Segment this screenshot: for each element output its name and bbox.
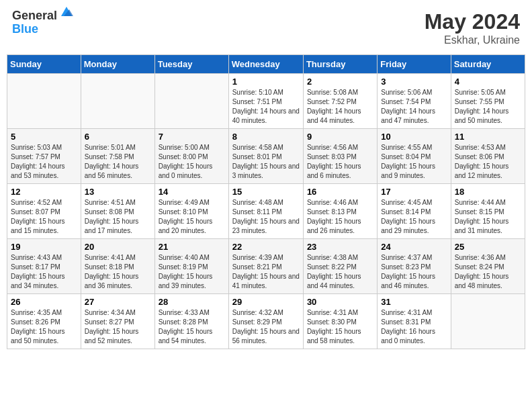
day-detail: Sunrise: 4:35 AMSunset: 8:26 PMDaylight:… xyxy=(11,308,77,346)
day-number: 24 xyxy=(381,242,447,252)
day-detail: Sunrise: 5:10 AMSunset: 7:51 PMDaylight:… xyxy=(232,88,300,126)
day-detail: Sunrise: 4:46 AMSunset: 8:13 PMDaylight:… xyxy=(307,198,373,236)
day-detail: Sunrise: 4:32 AMSunset: 8:29 PMDaylight:… xyxy=(232,308,300,346)
day-detail: Sunrise: 5:06 AMSunset: 7:54 PMDaylight:… xyxy=(381,88,447,126)
calendar-cell: 9Sunrise: 4:56 AMSunset: 8:03 PMDaylight… xyxy=(303,129,377,184)
col-header-thursday: Thursday xyxy=(303,55,377,74)
calendar-cell: 25Sunrise: 4:36 AMSunset: 8:24 PMDayligh… xyxy=(451,239,525,294)
calendar-cell: 29Sunrise: 4:32 AMSunset: 8:29 PMDayligh… xyxy=(228,294,303,349)
calendar-cell: 6Sunrise: 5:01 AMSunset: 7:58 PMDaylight… xyxy=(81,129,154,184)
day-detail: Sunrise: 4:40 AMSunset: 8:19 PMDaylight:… xyxy=(159,253,225,291)
calendar-cell: 1Sunrise: 5:10 AMSunset: 7:51 PMDaylight… xyxy=(228,74,303,129)
day-number: 16 xyxy=(307,187,373,197)
logo-blue: Blue xyxy=(12,23,57,36)
calendar-cell: 11Sunrise: 4:53 AMSunset: 8:06 PMDayligh… xyxy=(451,129,525,184)
day-number: 25 xyxy=(455,242,521,252)
day-detail: Sunrise: 4:56 AMSunset: 8:03 PMDaylight:… xyxy=(307,143,373,181)
day-detail: Sunrise: 4:43 AMSunset: 8:17 PMDaylight:… xyxy=(11,253,77,291)
col-header-wednesday: Wednesday xyxy=(228,55,303,74)
day-number: 29 xyxy=(232,297,300,307)
calendar-cell: 18Sunrise: 4:44 AMSunset: 8:15 PMDayligh… xyxy=(451,184,525,239)
calendar-cell: 23Sunrise: 4:38 AMSunset: 8:22 PMDayligh… xyxy=(303,239,377,294)
logo: General Blue xyxy=(12,9,75,36)
day-number: 18 xyxy=(455,187,521,197)
calendar-cell xyxy=(154,74,228,129)
calendar-cell: 30Sunrise: 4:31 AMSunset: 8:30 PMDayligh… xyxy=(303,294,377,349)
calendar-cell xyxy=(7,74,81,129)
calendar-cell: 10Sunrise: 4:55 AMSunset: 8:04 PMDayligh… xyxy=(378,129,451,184)
day-detail: Sunrise: 4:48 AMSunset: 8:11 PMDaylight:… xyxy=(232,198,300,236)
week-row-1: 1Sunrise: 5:10 AMSunset: 7:51 PMDaylight… xyxy=(7,74,525,129)
location: Eskhar, Ukraine xyxy=(425,34,520,46)
calendar-header-row: SundayMondayTuesdayWednesdayThursdayFrid… xyxy=(7,55,525,74)
day-number: 6 xyxy=(85,132,151,142)
week-row-2: 5Sunrise: 5:03 AMSunset: 7:57 PMDaylight… xyxy=(7,129,525,184)
week-row-3: 12Sunrise: 4:52 AMSunset: 8:07 PMDayligh… xyxy=(7,184,525,239)
month-year: May 2024 xyxy=(425,9,520,34)
calendar-cell: 16Sunrise: 4:46 AMSunset: 8:13 PMDayligh… xyxy=(303,184,377,239)
day-detail: Sunrise: 4:36 AMSunset: 8:24 PMDaylight:… xyxy=(455,253,521,291)
day-detail: Sunrise: 4:31 AMSunset: 8:31 PMDaylight:… xyxy=(381,308,447,346)
day-number: 22 xyxy=(232,242,300,252)
calendar-cell: 24Sunrise: 4:37 AMSunset: 8:23 PMDayligh… xyxy=(378,239,451,294)
day-number: 28 xyxy=(159,297,225,307)
day-detail: Sunrise: 5:05 AMSunset: 7:55 PMDaylight:… xyxy=(455,88,521,126)
day-number: 5 xyxy=(11,132,77,142)
title-block: May 2024 Eskhar, Ukraine xyxy=(425,9,520,46)
calendar-cell: 17Sunrise: 4:45 AMSunset: 8:14 PMDayligh… xyxy=(378,184,451,239)
day-number: 2 xyxy=(307,77,373,87)
calendar-cell: 31Sunrise: 4:31 AMSunset: 8:31 PMDayligh… xyxy=(378,294,451,349)
calendar-cell: 2Sunrise: 5:08 AMSunset: 7:52 PMDaylight… xyxy=(303,74,377,129)
calendar-cell: 21Sunrise: 4:40 AMSunset: 8:19 PMDayligh… xyxy=(154,239,228,294)
day-number: 10 xyxy=(381,132,447,142)
day-detail: Sunrise: 4:52 AMSunset: 8:07 PMDaylight:… xyxy=(11,198,77,236)
day-number: 1 xyxy=(232,77,300,87)
day-number: 12 xyxy=(11,187,77,197)
calendar-cell: 15Sunrise: 4:48 AMSunset: 8:11 PMDayligh… xyxy=(228,184,303,239)
col-header-sunday: Sunday xyxy=(7,55,81,74)
calendar-cell: 3Sunrise: 5:06 AMSunset: 7:54 PMDaylight… xyxy=(378,74,451,129)
day-number: 3 xyxy=(381,77,447,87)
calendar-cell: 12Sunrise: 4:52 AMSunset: 8:07 PMDayligh… xyxy=(7,184,81,239)
day-number: 26 xyxy=(11,297,77,307)
day-detail: Sunrise: 5:01 AMSunset: 7:58 PMDaylight:… xyxy=(85,143,151,181)
day-detail: Sunrise: 5:00 AMSunset: 8:00 PMDaylight:… xyxy=(159,143,225,181)
calendar-cell xyxy=(81,74,154,129)
calendar-cell: 5Sunrise: 5:03 AMSunset: 7:57 PMDaylight… xyxy=(7,129,81,184)
day-number: 8 xyxy=(232,132,300,142)
calendar-cell: 13Sunrise: 4:51 AMSunset: 8:08 PMDayligh… xyxy=(81,184,154,239)
day-detail: Sunrise: 4:51 AMSunset: 8:08 PMDaylight:… xyxy=(85,198,151,236)
day-number: 15 xyxy=(232,187,300,197)
calendar-cell: 20Sunrise: 4:41 AMSunset: 8:18 PMDayligh… xyxy=(81,239,154,294)
calendar-cell: 14Sunrise: 4:49 AMSunset: 8:10 PMDayligh… xyxy=(154,184,228,239)
day-number: 17 xyxy=(381,187,447,197)
calendar-cell: 22Sunrise: 4:39 AMSunset: 8:21 PMDayligh… xyxy=(228,239,303,294)
day-detail: Sunrise: 5:03 AMSunset: 7:57 PMDaylight:… xyxy=(11,143,77,181)
col-header-friday: Friday xyxy=(378,55,451,74)
col-header-saturday: Saturday xyxy=(451,55,525,74)
day-detail: Sunrise: 4:38 AMSunset: 8:22 PMDaylight:… xyxy=(307,253,373,291)
calendar-cell: 26Sunrise: 4:35 AMSunset: 8:26 PMDayligh… xyxy=(7,294,81,349)
day-number: 23 xyxy=(307,242,373,252)
day-number: 20 xyxy=(85,242,151,252)
day-detail: Sunrise: 4:53 AMSunset: 8:06 PMDaylight:… xyxy=(455,143,521,181)
day-detail: Sunrise: 4:37 AMSunset: 8:23 PMDaylight:… xyxy=(381,253,447,291)
day-number: 11 xyxy=(455,132,521,142)
calendar-cell: 19Sunrise: 4:43 AMSunset: 8:17 PMDayligh… xyxy=(7,239,81,294)
day-number: 27 xyxy=(85,297,151,307)
day-number: 19 xyxy=(11,242,77,252)
day-detail: Sunrise: 4:34 AMSunset: 8:27 PMDaylight:… xyxy=(85,308,151,346)
calendar-cell: 4Sunrise: 5:05 AMSunset: 7:55 PMDaylight… xyxy=(451,74,525,129)
day-number: 14 xyxy=(159,187,225,197)
day-detail: Sunrise: 4:55 AMSunset: 8:04 PMDaylight:… xyxy=(381,143,447,181)
page-header: General Blue May 2024 Eskhar, Ukraine xyxy=(7,7,525,49)
col-header-monday: Monday xyxy=(81,55,154,74)
day-number: 4 xyxy=(455,77,521,87)
day-number: 7 xyxy=(159,132,225,142)
day-number: 9 xyxy=(307,132,373,142)
week-row-5: 26Sunrise: 4:35 AMSunset: 8:26 PMDayligh… xyxy=(7,294,525,349)
week-row-4: 19Sunrise: 4:43 AMSunset: 8:17 PMDayligh… xyxy=(7,239,525,294)
logo-general: General xyxy=(12,9,57,23)
calendar-cell: 8Sunrise: 4:58 AMSunset: 8:01 PMDaylight… xyxy=(228,129,303,184)
day-detail: Sunrise: 4:44 AMSunset: 8:15 PMDaylight:… xyxy=(455,198,521,236)
